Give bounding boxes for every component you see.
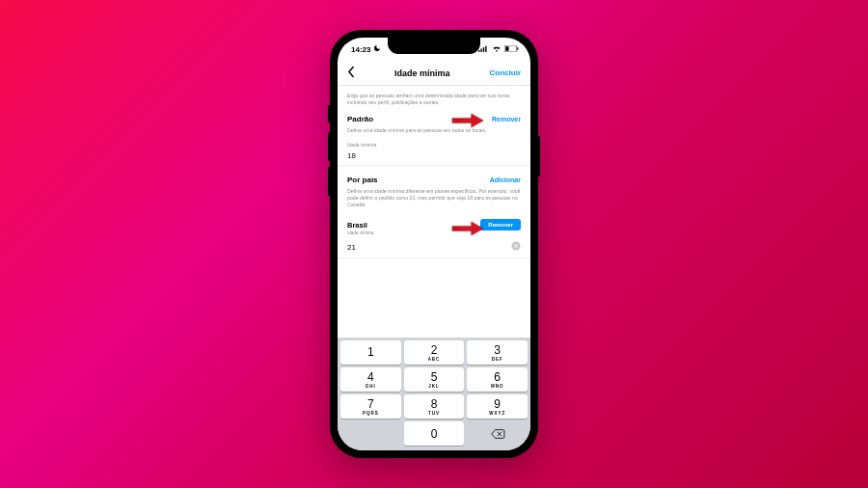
remove-country-button[interactable]: Remover [480,219,521,230]
add-country-button[interactable]: Adicionar [490,176,521,183]
svg-rect-2 [483,47,484,52]
content-area: Exija que as pessoas tenham uma determin… [338,86,530,338]
back-button[interactable] [347,66,355,81]
key-4[interactable]: 4GHI [340,367,401,392]
backspace-icon [490,429,505,439]
key-empty [340,421,401,446]
numeric-keyboard: 1 2ABC 3DEF 4GHI 5JKL 6MNO 7PQRS 8TUV 9W… [338,338,530,450]
battery-icon [504,45,519,54]
key-3[interactable]: 3DEF [467,340,528,365]
notch [388,38,480,54]
key-9[interactable]: 9WXYZ [467,394,528,419]
wifi-icon [492,45,502,54]
clear-icon[interactable] [511,241,521,253]
default-section-title: Padrão [347,115,373,123]
key-2[interactable]: 2ABC [404,340,465,365]
status-time: 14:23 [351,45,370,54]
key-8[interactable]: 8TUV [404,394,465,419]
default-age-label: Idade mínima [338,139,530,149]
signal-icon [478,45,489,54]
key-5[interactable]: 5JKL [404,367,465,392]
page-title: Idade mínima [394,68,450,78]
key-1[interactable]: 1 [340,340,401,365]
remove-default-button[interactable]: Remover [492,116,521,122]
screen: 14:23 Idade mínima [338,38,530,450]
moon-icon [373,44,381,54]
key-6[interactable]: 6MNO [467,367,528,392]
key-delete[interactable] [467,421,528,446]
side-button [328,105,330,122]
side-button [538,136,540,176]
country-section-desc: Defina uma idade mínima diferente em paí… [338,186,530,213]
svg-rect-0 [478,49,479,51]
country-section-title: Por país [347,176,378,184]
done-button[interactable]: Concluir [490,68,521,77]
svg-rect-3 [485,45,486,51]
default-age-input[interactable]: 18 [347,151,356,160]
default-section-desc: Defina uma idade mínima para as pessoas … [338,125,530,139]
side-button [328,132,330,161]
phone-frame: 14:23 Idade mínima [330,30,538,458]
svg-rect-6 [517,47,518,50]
country-name: Brasil [347,221,367,230]
country-age-input[interactable]: 21 [347,243,356,252]
svg-rect-5 [505,46,508,51]
side-button [328,167,330,196]
key-7[interactable]: 7PQRS [340,394,401,419]
svg-rect-1 [480,48,481,51]
country-age-label: Idade mínima [338,230,530,238]
key-0[interactable]: 0 [404,421,465,446]
nav-bar: Idade mínima Concluir [338,61,530,86]
intro-text: Exija que as pessoas tenham uma determin… [338,86,530,111]
